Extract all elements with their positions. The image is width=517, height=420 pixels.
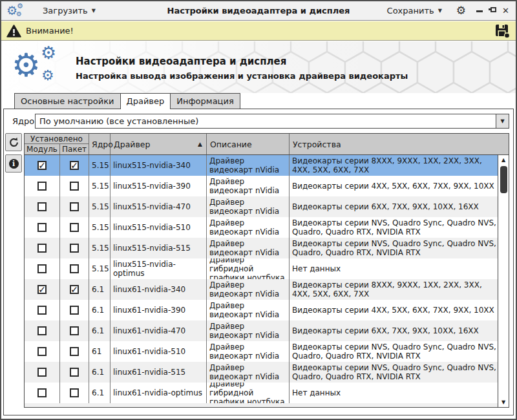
app-gears-icon: ⚙ ⚙ ⚙ <box>6 3 26 19</box>
kernel-cell: 6.1 <box>89 362 111 383</box>
package-checkbox[interactable] <box>70 306 79 315</box>
package-checkbox[interactable] <box>70 223 79 232</box>
table-row[interactable]: 6.1linux61-nvidia-470Драйвер видеокарт n… <box>25 320 498 341</box>
refresh-icon <box>8 137 19 148</box>
package-checkbox[interactable]: ✓ <box>70 161 79 170</box>
package-checkbox[interactable]: ✓ <box>70 285 79 294</box>
table-row[interactable]: 5.15linux515-nvidia-390Драйвер видеокарт… <box>25 176 498 196</box>
package-checkbox[interactable] <box>70 264 79 273</box>
module-checkbox-cell <box>25 196 60 217</box>
scroll-down-icon[interactable]: ▼ <box>498 397 509 407</box>
table-row[interactable]: 5.15linux515-nvidia-515Драйвер видеокарт… <box>25 238 498 258</box>
module-checkbox[interactable] <box>37 223 47 232</box>
warning-label: Внимание! <box>26 26 74 36</box>
table-row[interactable]: 6.1linux61-nvidia-optimusДрайвер гибридн… <box>25 383 498 403</box>
package-checkbox[interactable] <box>70 244 79 253</box>
module-checkbox[interactable] <box>37 182 47 191</box>
module-checkbox[interactable] <box>37 244 47 253</box>
save-file-icon[interactable] <box>494 23 511 39</box>
tab-bar: Основные настройки Драйвер Информация <box>14 93 240 109</box>
table-row[interactable]: 6.1linux61-nvidia-390Драйвер видеокарт n… <box>25 300 498 320</box>
module-checkbox[interactable] <box>37 368 47 377</box>
description-cell: Драйвер видеокарт nVidia <box>207 217 290 238</box>
module-checkbox[interactable] <box>37 326 47 335</box>
package-checkbox[interactable] <box>70 326 79 335</box>
info-button[interactable]: i <box>5 154 22 173</box>
table-row[interactable]: 6.1linux61-nvidia-515Драйвер видеокарт n… <box>25 362 498 383</box>
kernel-combobox[interactable]: По умолчанию (все установленные) ▼ <box>35 114 509 129</box>
module-checkbox[interactable] <box>37 347 47 356</box>
kernel-cell: 5.15 <box>89 217 111 238</box>
module-checkbox-cell: ✓ <box>25 155 60 176</box>
module-checkbox[interactable] <box>37 202 47 211</box>
close-icon[interactable]: ✕ <box>502 6 509 15</box>
module-checkbox[interactable] <box>37 388 47 397</box>
banner-title: Настройки видеоадаптера и дисплея <box>76 56 286 67</box>
devices-column-header[interactable]: Устройства <box>290 134 509 154</box>
tab-driver[interactable]: Драйвер <box>120 93 171 109</box>
kernel-cell: 5.15 <box>89 176 111 196</box>
kernel-cell: 6.1 <box>89 383 111 403</box>
gear-icon: ⚙ <box>41 68 54 83</box>
devices-cell: Видеокарты серии 4XX, 5XX, 6XX, 7XX, 9XX… <box>290 300 498 320</box>
vertical-scrollbar[interactable]: ▲ ▼ <box>498 155 509 407</box>
warning-triangle-icon <box>6 25 21 37</box>
load-button[interactable]: Загрузить ▼ <box>39 5 100 16</box>
kernel-column-header[interactable]: Ядро <box>89 134 111 154</box>
table-row[interactable]: 5.15linux515-nvidia-optimusДрайвер гибри… <box>25 258 498 279</box>
description-cell: Драйвер видеокарт nVidia <box>207 196 290 217</box>
driver-column-header-label: Драйвер <box>114 140 150 149</box>
scrollbar-thumb[interactable] <box>500 166 507 193</box>
table-row[interactable]: 5.15linux515-nvidia-510Драйвер видеокарт… <box>25 217 498 238</box>
gear-icon: ⚙ <box>41 44 56 61</box>
package-checkbox[interactable] <box>70 388 79 397</box>
tab-main-settings[interactable]: Основные настройки <box>14 93 121 109</box>
devices-cell: Видеокарты серии NVS, Quadro Sync, Quadr… <box>290 217 498 238</box>
package-checkbox-cell: ✓ <box>60 155 89 176</box>
tab-information[interactable]: Информация <box>170 93 240 109</box>
package-checkbox-cell <box>60 238 89 258</box>
module-column-header[interactable]: Модуль <box>25 144 60 154</box>
info-icon: i <box>9 159 19 169</box>
description-cell: Драйвер видеокарт nVidia <box>207 341 290 362</box>
devices-cell: Видеокарты серии NVS, Quadro Sync, Quadr… <box>290 341 498 362</box>
package-checkbox[interactable] <box>70 347 79 356</box>
module-checkbox[interactable]: ✓ <box>37 285 47 294</box>
driver-column-header[interactable]: Драйвер ▲ <box>111 134 207 154</box>
description-cell: Драйвер гибридной графики ноутбука <box>207 258 290 279</box>
scroll-up-icon[interactable]: ▲ <box>498 155 509 165</box>
module-checkbox[interactable] <box>37 306 47 315</box>
table-row[interactable]: 61linux61-nvidia-510Драйвер видеокарт nV… <box>25 341 498 362</box>
table-row[interactable]: ✓✓6.1linux61-nvidia-340Драйвер видеокарт… <box>25 279 498 300</box>
package-checkbox[interactable] <box>70 368 79 377</box>
description-cell: Драйвер видеокарт nVidia <box>207 176 290 196</box>
module-checkbox[interactable] <box>37 264 47 273</box>
installed-column-header[interactable]: Установлено <box>25 134 89 144</box>
module-checkbox[interactable]: ✓ <box>37 161 47 170</box>
driver-cell: linux515-nvidia-510 <box>111 217 207 238</box>
table-row[interactable]: 5.15linux515-nvidia-470Драйвер видеокарт… <box>25 196 498 217</box>
refresh-button[interactable] <box>5 133 22 151</box>
module-checkbox-cell <box>25 320 60 341</box>
table-row[interactable]: ✓✓5.15linux515-nvidia-340Драйвер видеока… <box>25 155 498 176</box>
package-checkbox[interactable] <box>70 202 79 211</box>
settings-gear-icon[interactable]: ⚙ <box>456 5 466 16</box>
app-window: ⚙ ⚙ ⚙ Загрузить ▼ Настройки видеоадаптер… <box>0 0 517 420</box>
driver-cell: linux515-nvidia-390 <box>111 176 207 196</box>
maximize-icon[interactable] <box>489 7 496 14</box>
description-cell: Драйвер видеокарт nVidia <box>207 320 290 341</box>
devices-cell: Нет данных <box>290 258 498 279</box>
driver-cell: linux61-nvidia-470 <box>111 320 207 341</box>
table-header: Установлено Модуль Пакет Ядро Драйвер ▲ … <box>25 134 509 155</box>
module-checkbox-cell <box>25 258 60 279</box>
minimize-icon[interactable] <box>476 10 483 12</box>
save-button[interactable]: Сохранить ▼ <box>383 5 446 16</box>
description-column-header[interactable]: Описание <box>207 134 290 154</box>
kernel-cell: 61 <box>89 341 111 362</box>
save-button-label: Сохранить <box>387 6 434 16</box>
package-column-header[interactable]: Пакет <box>60 144 89 154</box>
package-checkbox[interactable] <box>70 182 79 191</box>
combobox-arrow-button[interactable]: ▼ <box>496 114 509 128</box>
driver-cell: linux61-nvidia-340 <box>111 279 207 300</box>
driver-cell: linux61-nvidia-390 <box>111 300 207 320</box>
